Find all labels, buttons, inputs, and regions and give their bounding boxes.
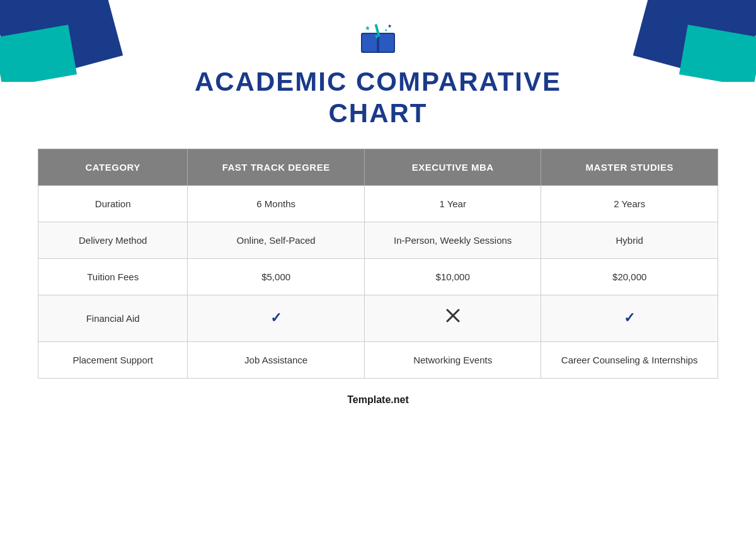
cell-category: Delivery Method [38, 222, 188, 258]
comparison-table: CATEGORY FAST TRACK DEGREE EXECUTIVE MBA… [38, 149, 718, 379]
cell-master-studies: $20,000 [541, 258, 718, 295]
cell-executive-mba: In-Person, Weekly Sessions [364, 222, 541, 258]
cell-fast-track: ✓ [188, 295, 365, 341]
table-row: Tuition Fees$5,000$10,000$20,000 [38, 258, 718, 295]
svg-text:★: ★ [387, 23, 392, 29]
cell-executive-mba: 1 Year [364, 185, 541, 222]
logo-icon: ★ ★ ★ [356, 19, 400, 57]
page-title: ACADEMIC COMPARATIVE CHART [195, 66, 561, 130]
col-header-fast-track: FAST TRACK DEGREE [188, 149, 365, 185]
footer: Template.net [0, 394, 756, 406]
col-header-master-studies: MASTER STUDIES [541, 149, 718, 185]
cell-master-studies: ✓ [541, 295, 718, 341]
col-header-category: CATEGORY [38, 149, 188, 185]
corner-decoration-top-left [0, 0, 139, 82]
cell-executive-mba: $10,000 [364, 258, 541, 295]
svg-text:★: ★ [384, 28, 387, 32]
cell-fast-track: $5,000 [188, 258, 365, 295]
cell-category: Tuition Fees [38, 258, 188, 295]
x-icon [444, 307, 462, 324]
cell-category: Financial Aid [38, 295, 188, 341]
svg-rect-2 [379, 34, 394, 52]
table-header-row: CATEGORY FAST TRACK DEGREE EXECUTIVE MBA… [38, 149, 718, 185]
cell-executive-mba [364, 295, 541, 341]
cell-category: Duration [38, 185, 188, 222]
cell-fast-track: Job Assistance [188, 341, 365, 378]
comparison-table-container: CATEGORY FAST TRACK DEGREE EXECUTIVE MBA… [38, 149, 718, 379]
cell-fast-track: 6 Months [188, 185, 365, 222]
cell-category: Placement Support [38, 341, 188, 378]
svg-rect-1 [362, 34, 377, 52]
corner-decoration-top-right [617, 0, 756, 82]
svg-text:★: ★ [365, 25, 370, 31]
col-header-executive-mba: EXECUTIVE MBA [364, 149, 541, 185]
cell-master-studies: Career Counseling & Internships [541, 341, 718, 378]
cross-icon [444, 312, 462, 328]
brand-name: Template.net [347, 394, 409, 405]
table-row: Duration6 Months1 Year2 Years [38, 185, 718, 222]
cell-master-studies: Hybrid [541, 222, 718, 258]
cell-executive-mba: Networking Events [364, 341, 541, 378]
cell-fast-track: Online, Self-Paced [188, 222, 365, 258]
table-row: Delivery MethodOnline, Self-PacedIn-Pers… [38, 222, 718, 258]
table-row: Financial Aid✓✓ [38, 295, 718, 341]
cell-master-studies: 2 Years [541, 185, 718, 222]
table-row: Placement SupportJob AssistanceNetworkin… [38, 341, 718, 378]
